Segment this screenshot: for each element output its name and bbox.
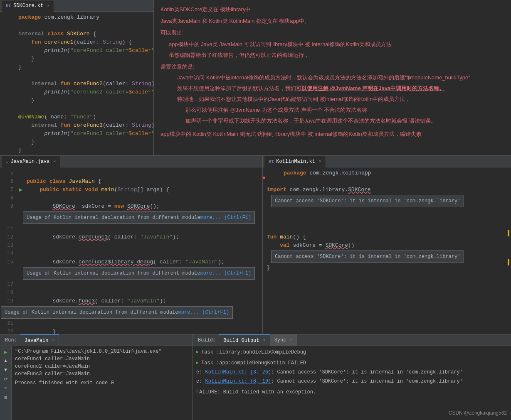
kotlin-error2-text: Cannot access 'SDKCore': it is internal … xyxy=(275,254,460,260)
java-editor: ☕ JavaMain.java × 5 6 public class JavaM… xyxy=(0,156,263,334)
run-output-line-3: coreFunc2 caller=JavaMain xyxy=(15,363,189,370)
run-down-button[interactable]: ▼ xyxy=(2,366,10,374)
build-tab-close[interactable]: × xyxy=(263,338,266,343)
sdkcore-tab-bar: Kt SDKCore.kt × xyxy=(0,0,153,12)
build-error-link-1[interactable]: KotlinMain.kt: (3, 26) xyxy=(205,369,271,375)
build-error-link-2[interactable]: KotlinMain.kt: (6, 19) xyxy=(205,378,271,384)
tab-build-output[interactable]: Build Output × xyxy=(219,334,270,346)
tab-javamain-close[interactable]: × xyxy=(53,160,56,164)
kotlin-line-close: } xyxy=(263,264,511,272)
build-label: Build: xyxy=(195,337,219,343)
kotlin-file-icon: Kt xyxy=(6,3,11,8)
line-row: println("coreFunc1 caller=$caller") xyxy=(0,47,153,55)
run-output-line-1: "C:\Program Files\Java\jdk1.8.0_201\bin\… xyxy=(15,348,189,355)
sdkcore-code: package com.zengk.library internal class… xyxy=(0,12,153,155)
java-line-18: 18 xyxy=(0,289,262,297)
build-arrow-1: ▶ xyxy=(196,349,199,356)
java-line-9: 9 SDKCore sdkCore = new SDKCore(); xyxy=(0,202,262,211)
tab-javamain-label: JavaMain.java xyxy=(11,159,50,165)
run-filter-button[interactable]: ≡ xyxy=(2,384,10,393)
kt-file-icon: Kt xyxy=(269,159,274,164)
tab-javamain[interactable]: ☕ JavaMain.java × xyxy=(2,156,60,167)
top-section: Kt SDKCore.kt × package com.zengk.librar… xyxy=(0,0,511,156)
java-line-21: 21 xyxy=(0,319,262,328)
tab-sdkcore-label: SDKCore.kt xyxy=(13,3,43,9)
java-line-11: 11 xyxy=(0,225,262,233)
tooltip2-link[interactable]: more... (Ctrl+F1) xyxy=(200,269,251,278)
run-up-button[interactable]: ▲ xyxy=(2,357,10,365)
kotlin-line-val: val sdkCore = SDKCore() xyxy=(263,241,511,250)
kotlin-tab-bar: Kt KotlinMain.kt × xyxy=(263,156,511,167)
kotlin-code: package com.zengk.koltinapp import com.z… xyxy=(263,167,511,274)
run-output-line-6: Process finished with exit code 0 xyxy=(15,379,189,387)
java-line-17: 17 xyxy=(0,280,262,289)
java-tooltip-2: Usage of Kotlin internal declaration fro… xyxy=(23,267,255,280)
java-line-5: 5 xyxy=(0,169,262,177)
line-row: internal fun coreFunc2(caller: String) { xyxy=(0,80,153,88)
kotlin-line-4 xyxy=(263,208,511,216)
build-output-tab-label: Build Output xyxy=(223,338,259,344)
line-row xyxy=(0,105,153,113)
tab-sync[interactable]: Sync × xyxy=(270,334,297,346)
java-line-12: 12 sdkCore.coreFunc1( caller: "JavaMain"… xyxy=(0,233,262,241)
middle-section: ☕ JavaMain.java × 5 6 public class JavaM… xyxy=(0,156,511,334)
exp-bullet2a: Java中访问 Kotlin中被internal修饰的成员方法时，默认会为该成员… xyxy=(177,73,504,82)
kotlin-error-tooltip-2: Cannot access 'SDKCore': it is internal … xyxy=(271,251,464,263)
run-rerun-button[interactable]: ⟳ xyxy=(2,375,10,383)
run-label: Run: xyxy=(2,337,20,343)
tooltip3-link[interactable]: more... (Ctrl+F1) xyxy=(178,308,229,317)
warning-stripe-1 xyxy=(508,230,509,236)
build-line-4: e: KotlinMain.kt: (3, 26): Cannot access… xyxy=(196,368,508,377)
exp-bullet2b: 如果不想使用这种添加了后缀的默认方法名，我们可以使用注解 @JvmName 声明… xyxy=(177,84,504,93)
kotlin-error-tooltip-1: Cannot access 'SDKCore': it is internal … xyxy=(271,195,464,207)
kotlin-line-fun: fun main() { xyxy=(263,233,511,241)
tab-kotlinmain-close[interactable]: × xyxy=(319,160,321,164)
tooltip1-text: Usage of Kotlin internal declaration fro… xyxy=(27,214,200,222)
line-row xyxy=(0,71,153,80)
run-arrow-icon[interactable]: ▶ xyxy=(19,186,22,194)
exp-line2: Java类JavaMain 和 Kotlin类 KotlinMain 都定义在 … xyxy=(160,17,504,26)
build-tab-bar: Build: Build Output × Sync × xyxy=(193,334,511,346)
bottom-section: Run: JavaMain × ▶ ▲ ▼ ⟳ ≡ ⊟ "C:\Program … xyxy=(0,334,511,420)
run-output-line-4: coreFunc3 caller=JavaMain xyxy=(15,370,189,378)
build-arrow-2: ▶ xyxy=(196,359,199,367)
build-line-5: e: KotlinMain.kt: (6, 19): Cannot access… xyxy=(196,377,508,386)
build-output: ▶ Task :library:bundleLibCompileDebug ▶ … xyxy=(193,346,511,398)
warning-stripe-2 xyxy=(508,259,509,265)
sdkcore-editor: Kt SDKCore.kt × package com.zengk.librar… xyxy=(0,0,154,155)
java-code: 5 6 public class JavaMain { 7 ▶ public s… xyxy=(0,167,262,334)
tooltip1-link[interactable]: more... (Ctrl+F1) xyxy=(200,214,251,222)
sync-tab-close[interactable]: × xyxy=(290,338,292,342)
run-panel: Run: JavaMain × ▶ ▲ ▼ ⟳ ≡ ⊟ "C:\Program … xyxy=(0,334,193,420)
exp-bullet2: 需要注意的是: xyxy=(160,62,504,71)
explanation-panel: Kotlin类SDKCore定义在 模块library中 Java类JavaMa… xyxy=(154,0,511,155)
run-tab-bar: Run: JavaMain × xyxy=(0,334,193,346)
kotlin-line-2 xyxy=(263,177,511,186)
kotlin-line-6 xyxy=(263,225,511,233)
tab-kotlinmain[interactable]: Kt KotlinMain.kt × xyxy=(264,156,326,167)
line-row: } xyxy=(0,96,153,105)
java-tooltip-1: Usage of Kotlin internal declaration fro… xyxy=(23,211,255,224)
run-tab-close[interactable]: × xyxy=(52,338,54,343)
java-line-7: 7 ▶ public static void main(String[] arg… xyxy=(0,186,262,194)
kotlin-error1-text: Cannot access 'SDKCore': it is internal … xyxy=(275,198,460,204)
run-tab-label: JavaMain xyxy=(25,338,49,344)
kotlin-line-3: import com.zengk.library.SDKCore xyxy=(263,186,511,194)
kotlin-editor: Kt KotlinMain.kt × package com.zengk.kol… xyxy=(263,156,511,334)
line-row: } xyxy=(0,63,153,71)
run-play-button[interactable]: ▶ xyxy=(2,348,10,356)
sync-tab-label: Sync xyxy=(274,337,286,343)
exp-line3: 可以看出: xyxy=(160,28,504,37)
line-row: } xyxy=(0,138,153,146)
tooltip3-text: Usage of Kotlin internal declaration fro… xyxy=(5,308,178,317)
tab-javamain-run[interactable]: JavaMain × xyxy=(20,334,59,346)
exp-bullet2e: 如声明一个非字母或下划线开头的方法名称，于是Java中在调用这个不合法的方法名时… xyxy=(185,116,504,125)
java-line-13: 13 xyxy=(0,241,262,250)
exp-bullet1: app模块中的 Java类 JavaMain 可以访问到 library模块中 … xyxy=(169,40,504,49)
watermark: CSDN @zengkaiqiang562 xyxy=(449,410,507,416)
run-output: "C:\Program Files\Java\jdk1.8.0_201\bin\… xyxy=(12,346,193,420)
line-row: fun coreFunc1(caller: String) { xyxy=(0,38,153,47)
run-print-button[interactable]: ⊟ xyxy=(2,393,10,402)
tab-sdkcore-close[interactable]: × xyxy=(47,4,49,8)
tab-sdkcore[interactable]: Kt SDKCore.kt × xyxy=(2,0,54,12)
